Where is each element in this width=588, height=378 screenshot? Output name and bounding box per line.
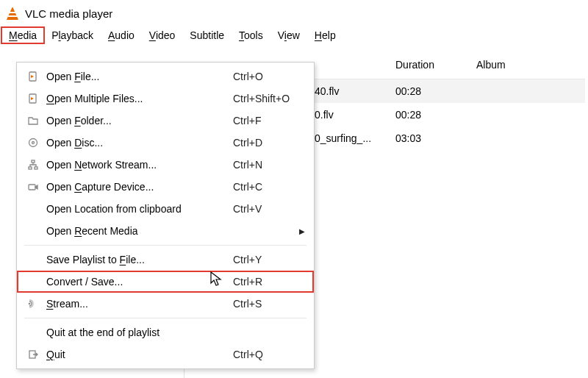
disc-icon — [20, 137, 46, 149]
file-icon — [20, 71, 46, 82]
menu-tools[interactable]: Tools — [232, 27, 270, 43]
media-menu-item[interactable]: Open Location from clipboardCtrl+V — [17, 198, 314, 220]
menu-item-label: Open Disc... — [46, 137, 233, 149]
menu-item-label: Open File... — [46, 71, 233, 82]
menu-item-shortcut: Ctrl+N — [233, 159, 299, 171]
menu-item-label: Stream... — [46, 298, 233, 310]
menu-media[interactable]: Media — [1, 27, 44, 43]
media-menu-item[interactable]: Convert / Save...Ctrl+R — [17, 271, 314, 293]
stream-icon — [20, 298, 46, 310]
menu-view[interactable]: View — [270, 27, 307, 43]
menu-playback[interactable]: Playback — [44, 27, 101, 43]
svg-marker-1 — [31, 75, 34, 78]
menu-help[interactable]: Help — [307, 27, 343, 43]
menu-item-shortcut: Ctrl+S — [233, 298, 299, 310]
menu-item-label: Save Playlist to File... — [46, 254, 233, 265]
media-menu-item[interactable]: Open Disc...Ctrl+D — [17, 132, 314, 154]
menu-item-shortcut: Ctrl+V — [233, 203, 299, 215]
menu-item-label: Open Network Stream... — [46, 159, 233, 171]
media-menu-item[interactable]: Open Folder...Ctrl+F — [17, 110, 314, 132]
quit-icon — [20, 349, 46, 360]
col-album[interactable]: Album — [476, 59, 579, 71]
menu-item-label: Open Location from clipboard — [46, 203, 233, 215]
media-menu-item[interactable]: QuitCtrl+Q — [17, 343, 314, 365]
menu-item-label: Open Folder... — [46, 115, 233, 126]
menu-item-label: Open Multiple Files... — [46, 93, 233, 104]
menu-item-shortcut: Ctrl+D — [233, 137, 299, 149]
menu-item-shortcut: Ctrl+F — [233, 115, 299, 126]
menu-item-shortcut: Ctrl+O — [233, 71, 299, 82]
menu-item-label: Quit — [46, 349, 233, 360]
menubar: MediaPlaybackAudioVideoSubtitleToolsView… — [0, 26, 588, 47]
svg-rect-8 — [35, 167, 37, 169]
app-title: VLC media player — [25, 7, 112, 20]
menu-item-shortcut: Ctrl+Q — [233, 349, 299, 360]
svg-rect-6 — [32, 160, 35, 163]
menu-subtitle[interactable]: Subtitle — [182, 27, 232, 43]
media-dropdown: Open File...Ctrl+OOpen Multiple Files...… — [16, 62, 315, 369]
svg-rect-9 — [29, 185, 35, 190]
menu-item-label: Convert / Save... — [46, 276, 233, 288]
col-duration[interactable]: Duration — [395, 59, 476, 71]
vlc-logo-icon — [6, 7, 19, 20]
titlebar: VLC media player — [0, 0, 588, 26]
menu-video[interactable]: Video — [142, 27, 183, 43]
media-menu-item[interactable]: Open Recent Media▶ — [17, 220, 314, 242]
svg-rect-7 — [29, 167, 32, 169]
media-menu-item[interactable]: Save Playlist to File...Ctrl+Y — [17, 249, 314, 271]
cell-duration: 00:28 — [395, 85, 476, 97]
cell-duration: 00:28 — [395, 109, 476, 121]
menu-item-label: Quit at the end of playlist — [46, 327, 233, 338]
media-menu-item[interactable]: Open Capture Device...Ctrl+C — [17, 176, 314, 198]
svg-point-10 — [29, 303, 31, 305]
media-menu-item[interactable]: Open Multiple Files...Ctrl+Shift+O — [17, 88, 314, 110]
menu-item-shortcut: Ctrl+C — [233, 181, 299, 193]
cell-duration: 03:03 — [395, 132, 476, 144]
capture-icon — [20, 181, 46, 193]
network-icon — [20, 159, 46, 171]
file-icon — [20, 93, 46, 104]
menu-item-shortcut: Ctrl+Y — [233, 254, 299, 265]
menu-separator — [24, 245, 306, 246]
submenu-arrow-icon: ▶ — [299, 227, 311, 235]
svg-point-5 — [32, 142, 35, 144]
folder-icon — [20, 115, 46, 126]
media-menu-item[interactable]: Open Network Stream...Ctrl+N — [17, 154, 314, 176]
menu-item-label: Open Capture Device... — [46, 181, 233, 193]
menu-item-label: Open Recent Media — [46, 225, 233, 237]
media-menu-item[interactable]: Quit at the end of playlist — [17, 321, 314, 343]
menu-item-shortcut: Ctrl+Shift+O — [233, 93, 299, 104]
menu-separator — [24, 318, 306, 318]
menu-item-shortcut: Ctrl+R — [233, 276, 299, 288]
menu-audio[interactable]: Audio — [101, 27, 142, 43]
media-menu-item[interactable]: Open File...Ctrl+O — [17, 65, 314, 88]
media-menu-item[interactable]: Stream...Ctrl+S — [17, 293, 314, 315]
svg-point-4 — [29, 139, 37, 147]
svg-marker-3 — [31, 97, 34, 100]
